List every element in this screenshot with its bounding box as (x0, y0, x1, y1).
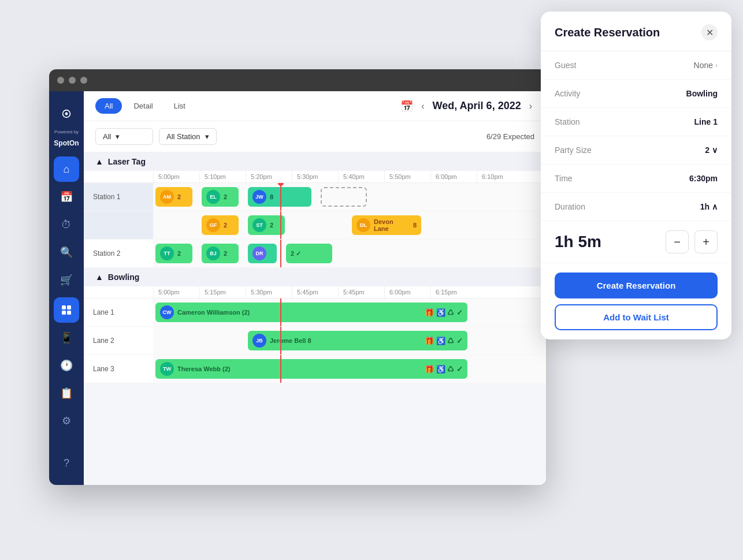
create-reservation-button[interactable]: Create Reservation (555, 272, 718, 298)
station2-timeline[interactable]: TT 2 BJ 2 DR 2 ✓ (153, 240, 546, 267)
res-jb-name: Jerome Bell 8 (270, 337, 311, 344)
sidebar-item-help[interactable]: ? (54, 450, 79, 476)
tab-list[interactable]: List (165, 98, 195, 114)
sidebar-item-cart[interactable]: 🛒 (54, 267, 79, 293)
time-indicator-dot (278, 183, 284, 186)
res-dl-count: 8 (413, 222, 417, 229)
avatar-bj: BJ (206, 247, 220, 260)
avatar-st: ST (252, 218, 266, 232)
date-navigation: 📅 ‹ Wed, April 6, 2022 › (400, 99, 534, 114)
guest-value-text: None (694, 61, 713, 70)
station-filter-value: All Station (166, 132, 200, 141)
res-st[interactable]: ST 2 (248, 215, 285, 235)
activity-filter-value: All (103, 132, 111, 141)
time-header-laser: 5:00pm 5:10pm 5:20pm 5:30pm 5:40pm 5:50p… (84, 171, 546, 183)
lane2-timeline[interactable]: JB Jerome Bell 8 🎁 ♿ ♺ ✓ (153, 327, 546, 354)
avatar-dl: DL (356, 218, 370, 232)
panel-activity-row: Activity Bowling (541, 80, 731, 108)
panel-close-button[interactable]: ✕ (701, 24, 718, 40)
duration-minus-button[interactable]: − (666, 230, 689, 253)
duration-display: 1h 5m (555, 233, 601, 251)
time-indicator-b3 (280, 355, 281, 383)
lane2-label: Lane 2 (84, 332, 153, 349)
res-el[interactable]: EL 2 (202, 187, 239, 207)
lane2-row: Lane 2 JB Jerome Bell 8 🎁 ♿ ♺ ✓ (84, 327, 546, 355)
panel-duration-row[interactable]: Duration 1h ∧ (541, 193, 731, 221)
avatar-gf: GF (206, 218, 220, 232)
lane3-timeline[interactable]: TW Theresa Webb (2) 🎁 ♿ ♺ ✓ (153, 355, 546, 383)
res-gf[interactable]: GF 2 (202, 215, 239, 235)
res-st-count: 2 (270, 222, 273, 229)
add-to-waitlist-button[interactable]: Add to Wait List (555, 304, 718, 330)
res-tt[interactable]: TT 2 (155, 244, 192, 263)
station1-row2: GF 2 ST 2 DL Devon Lane 8 (84, 211, 546, 240)
res-tw[interactable]: TW Theresa Webb (2) 🎁 ♿ ♺ ✓ (155, 359, 467, 379)
station2-row: Station 2 TT 2 BJ 2 (84, 240, 546, 268)
station1-timeline2[interactable]: GF 2 ST 2 DL Devon Lane 8 (153, 211, 546, 239)
res-dashed[interactable] (321, 187, 367, 207)
next-date-button[interactable]: › (527, 99, 534, 114)
lane3-label: Lane 3 (84, 360, 153, 378)
logo-icon (58, 105, 75, 122)
panel-header: Create Reservation ✕ (541, 12, 731, 51)
lane3-icons: 🎁 ♿ ♺ ✓ (425, 365, 463, 374)
res-cw[interactable]: CW Cameron Williamson (2) 🎁 ♿ ♺ ✓ (155, 303, 467, 322)
activity-filter[interactable]: All ▾ (95, 128, 153, 145)
tab-all[interactable]: All (95, 98, 122, 114)
bowling-grid: 5:00pm 5:15pm 5:30pm 5:45pm 5:45pm 6:00p… (84, 286, 546, 383)
sidebar-item-settings[interactable]: ⚙ (54, 408, 79, 434)
calendar-icon[interactable]: 📅 (400, 100, 413, 113)
res-am[interactable]: AM 2 (155, 187, 192, 207)
sidebar-item-schedule[interactable] (54, 297, 79, 323)
time-indicator-b1 (280, 298, 281, 326)
collapse-bowling-icon[interactable]: ▲ (95, 272, 103, 282)
station1-timeline[interactable]: AM 2 EL 2 JW 8 (153, 183, 546, 211)
schedule-grid: ▲ Laser Tag 5:00pm 5:10pm 5:20pm 5:30pm … (84, 152, 546, 485)
guest-chevron-icon: › (715, 61, 718, 69)
guest-label: Guest (555, 61, 576, 70)
res-dl[interactable]: DL Devon Lane 8 (352, 215, 421, 235)
time-header-bowling: 5:00pm 5:15pm 5:30pm 5:45pm 5:45pm 6:00p… (84, 286, 546, 298)
browser-dot-yellow (69, 77, 76, 84)
res-bj[interactable]: BJ 2 (202, 244, 239, 263)
sidebar-item-search[interactable]: 🔍 (54, 240, 79, 265)
current-date: Wed, April 6, 2022 (433, 100, 521, 112)
sidebar-item-clock[interactable]: ⏱ (54, 212, 79, 237)
duration-plus-button[interactable]: + (694, 230, 718, 253)
sidebar-item-home[interactable]: ⌂ (54, 156, 79, 182)
laser-tag-grid: 5:00pm 5:10pm 5:20pm 5:30pm 5:40pm 5:50p… (84, 171, 546, 268)
collapse-laser-tag-icon[interactable]: ▲ (95, 157, 103, 166)
sidebar-item-history[interactable]: 🕐 (54, 353, 79, 378)
duration-controls-row: 1h 5m − + (541, 221, 731, 263)
expected-count: 6/29 Expected (486, 132, 534, 141)
sidebar-item-calendar[interactable]: 📅 (54, 184, 79, 210)
panel-party-row[interactable]: Party Size 2 ∨ (541, 136, 731, 165)
res-tw-name: Theresa Webb (2) (177, 365, 231, 372)
sidebar-item-mobile[interactable]: 📱 (54, 325, 79, 350)
panel-footer: Create Reservation Add to Wait List (541, 263, 731, 339)
browser-window: Powered by SpotOn ⌂ 📅 ⏱ 🔍 🛒 📱 🕐 📋 ⚙ ? (49, 69, 546, 485)
station2-label: Station 2 (84, 245, 153, 262)
time-indicator3 (280, 240, 281, 267)
res-jw-count: 8 (270, 193, 273, 200)
main-content: All Detail List 📅 ‹ Wed, April 6, 2022 ›… (84, 91, 546, 485)
lane1-timeline[interactable]: CW Cameron Williamson (2) 🎁 ♿ ♺ ✓ (153, 298, 546, 326)
duration-stepper: − + (666, 230, 718, 253)
logo-area (52, 100, 81, 127)
tab-detail[interactable]: Detail (124, 98, 162, 114)
b-time-615: 6:15pm (430, 286, 477, 298)
sidebar-item-reports[interactable]: 📋 (54, 380, 79, 406)
panel-title: Create Reservation (555, 26, 660, 39)
svg-rect-3 (67, 305, 71, 309)
res-2check[interactable]: 2 ✓ (286, 244, 332, 263)
svg-rect-4 (62, 311, 66, 315)
panel-guest-row[interactable]: Guest None › (541, 51, 731, 80)
b-time-515: 5:15pm (199, 286, 246, 298)
prev-date-button[interactable]: ‹ (419, 99, 426, 114)
time-540: 5:40pm (338, 171, 384, 182)
station-filter[interactable]: All Station ▾ (159, 128, 217, 145)
res-dr[interactable]: DR (248, 244, 277, 263)
res-jw[interactable]: JW 8 (248, 187, 311, 207)
section-bowling: ▲ Bowling (84, 268, 546, 286)
panel-time-row: Time 6:30pm (541, 165, 731, 193)
